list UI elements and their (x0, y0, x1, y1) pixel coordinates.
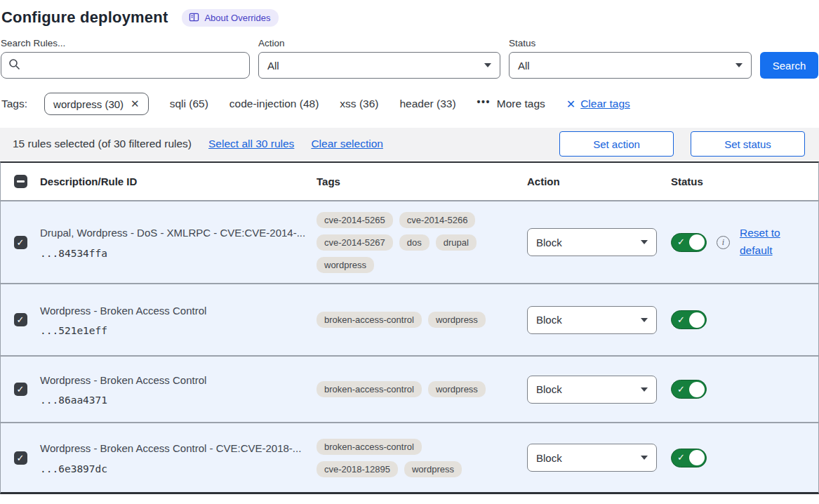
indeterminate-icon (17, 180, 25, 183)
row-checkbox[interactable]: ✓ (14, 313, 27, 326)
row-tags: broken-access-controlwordpress (317, 305, 507, 335)
clear-tags-link[interactable]: ✕ Clear tags (566, 98, 630, 111)
row-description-cell: Drupal, Wordpress - DoS - XMLRPC - CVE:C… (40, 225, 317, 259)
toggle-check-icon: ✓ (677, 452, 685, 463)
action-select-value: Block (536, 314, 562, 326)
row-checkbox[interactable]: ✓ (14, 451, 27, 465)
row-tags: cve-2014-5265cve-2014-5266cve-2014-5267d… (317, 205, 507, 280)
row-action-cell: Block (527, 376, 671, 404)
selected-tag-chip[interactable]: wordpress (30) ✕ (44, 93, 149, 115)
tag-suggestion-header[interactable]: header (33) (399, 98, 455, 110)
tag-pill: broken-access-control (317, 312, 422, 328)
status-toggle[interactable]: ✓ (671, 310, 707, 329)
row-description: Wordpress - Broken Access Control (40, 373, 317, 389)
header-description: Description/Rule ID (40, 175, 317, 187)
search-button[interactable]: Search (760, 52, 818, 79)
tag-suggestion-code-injection[interactable]: code-injection (48) (229, 98, 319, 110)
tag-pill: drupal (436, 234, 477, 251)
clear-tags-label: Clear tags (580, 98, 630, 110)
tags-bar: Tags: wordpress (30) ✕ sqli (65) code-in… (0, 79, 819, 128)
row-status-cell: ✓ i Reset to default (671, 225, 818, 260)
table-row: ✓ Wordpress - Broken Access Control ...5… (1, 283, 818, 355)
status-toggle[interactable]: ✓ (671, 449, 707, 467)
check-icon: ✓ (17, 453, 25, 463)
search-rules-group: Search Rules... (1, 38, 250, 79)
search-rules-label: Search Rules... (1, 38, 250, 48)
action-select-value: Block (536, 383, 562, 395)
header-status: Status (671, 175, 818, 187)
status-toggle[interactable]: ✓ (671, 380, 707, 399)
action-select-value: Block (536, 237, 562, 248)
book-icon (189, 13, 199, 22)
chevron-down-icon (641, 456, 648, 460)
action-filter-select[interactable]: All (258, 52, 500, 79)
info-icon[interactable]: i (717, 236, 730, 249)
action-filter-group: Action All (258, 38, 500, 79)
row-status-cell: ✓ (671, 310, 818, 329)
more-tags-button[interactable]: ••• More tags (477, 98, 545, 110)
toggle-check-icon: ✓ (677, 314, 685, 325)
tag-pill: wordpress (428, 381, 486, 397)
header-action: Action (527, 175, 671, 187)
toggle-check-icon: ✓ (677, 237, 685, 247)
set-status-button[interactable]: Set status (691, 131, 805, 157)
selection-summary: 15 rules selected (of 30 filtered rules) (13, 138, 192, 150)
clear-tags-x-icon: ✕ (566, 98, 575, 111)
action-select[interactable]: Block (527, 228, 657, 256)
chevron-down-icon (641, 240, 648, 244)
row-checkbox-cell: ✓ (1, 236, 40, 249)
toggle-knob (689, 234, 705, 250)
header-tags: Tags (317, 175, 527, 187)
action-select[interactable]: Block (527, 306, 657, 334)
status-filter-select[interactable]: All (509, 52, 752, 79)
row-checkbox[interactable]: ✓ (14, 236, 27, 249)
remove-tag-icon[interactable]: ✕ (131, 98, 140, 110)
ellipsis-icon: ••• (477, 96, 491, 107)
tags-label: Tags: (1, 98, 27, 110)
row-checkbox-cell: ✓ (1, 383, 40, 396)
chevron-down-icon (641, 318, 648, 322)
chevron-down-icon (484, 63, 491, 67)
select-all-checkbox[interactable] (14, 175, 27, 188)
toggle-knob (689, 312, 705, 328)
clear-selection-link[interactable]: Clear selection (311, 138, 383, 150)
tag-pill: cve-2014-5265 (317, 212, 393, 228)
action-select-value: Block (536, 452, 562, 464)
search-rules-input[interactable] (26, 60, 242, 71)
row-description-cell: Wordpress - Broken Access Control ...521… (40, 303, 317, 337)
row-tags-cell: broken-access-controlcve-2018-12895wordp… (317, 432, 527, 484)
row-rule-id: ...521e1eff (40, 325, 317, 336)
toggle-knob (689, 450, 705, 465)
tag-suggestion-xss[interactable]: xss (36) (340, 98, 378, 110)
filter-bar: Search Rules... Action All Status All (0, 37, 819, 79)
status-toggle[interactable]: ✓ (671, 233, 707, 252)
chevron-down-icon (735, 63, 743, 67)
row-checkbox-cell: ✓ (1, 451, 40, 465)
action-select[interactable]: Block (527, 376, 657, 404)
check-icon: ✓ (17, 315, 25, 324)
reset-to-default-link[interactable]: Reset to default (740, 225, 786, 260)
row-tags: broken-access-controlwordpress (317, 374, 507, 404)
row-tags: broken-access-controlcve-2018-12895wordp… (317, 432, 507, 484)
rules-table: Description/Rule ID Tags Action Status ✓… (0, 161, 819, 494)
action-select[interactable]: Block (527, 444, 657, 472)
chevron-down-icon (641, 387, 648, 392)
tag-pill: broken-access-control (317, 439, 422, 455)
tag-suggestion-sqli[interactable]: sqli (65) (170, 98, 208, 110)
row-checkbox[interactable]: ✓ (14, 383, 27, 396)
select-all-link[interactable]: Select all 30 rules (208, 138, 294, 150)
page-header: Configure deployment About Overrides (0, 7, 819, 37)
row-action-cell: Block (527, 306, 671, 334)
row-rule-id: ...84534ffa (40, 248, 317, 259)
selection-bar: 15 rules selected (of 30 filtered rules)… (0, 128, 819, 160)
row-tags-cell: broken-access-controlwordpress (317, 374, 527, 404)
row-description: Drupal, Wordpress - DoS - XMLRPC - CVE:C… (40, 225, 317, 241)
search-rules-box[interactable] (1, 52, 250, 79)
status-filter-value: All (518, 60, 530, 72)
toggle-check-icon: ✓ (677, 384, 685, 394)
tag-pill: wordpress (428, 312, 486, 328)
tag-pill: cve-2014-5266 (399, 212, 476, 228)
more-tags-label: More tags (497, 98, 545, 110)
about-overrides-badge[interactable]: About Overrides (182, 9, 279, 27)
set-action-button[interactable]: Set action (559, 131, 674, 157)
